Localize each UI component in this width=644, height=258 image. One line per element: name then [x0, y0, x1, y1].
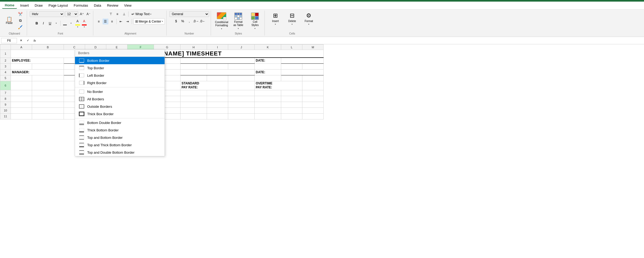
cell-j6[interactable] — [228, 81, 255, 90]
decrease-decimal-button[interactable]: .0← — [200, 18, 205, 24]
formula-input[interactable] — [39, 38, 643, 43]
currency-button[interactable]: $ — [173, 18, 179, 24]
cell-i5[interactable] — [207, 75, 228, 81]
col-header-l[interactable]: L — [281, 45, 302, 50]
insert-button[interactable]: ⊞ Insert ▾ — [267, 11, 283, 27]
row-header-4[interactable]: 4 — [0, 69, 11, 75]
menu-view[interactable]: View — [121, 2, 134, 8]
cell-l5[interactable] — [281, 75, 302, 81]
cell-m6[interactable] — [302, 81, 324, 90]
decrease-indent-button[interactable]: ⇤ — [118, 19, 124, 24]
cell-a6[interactable] — [11, 81, 32, 90]
bold-button[interactable]: B — [34, 20, 40, 26]
cell-l2[interactable] — [281, 58, 324, 63]
top-border-item[interactable]: Top Border — [75, 64, 165, 72]
font-size-select[interactable]: 12 — [65, 11, 78, 17]
number-format-select[interactable]: General — [169, 11, 209, 17]
cell-a7[interactable] — [11, 90, 32, 96]
cell-l3[interactable] — [281, 63, 302, 69]
cell-i9[interactable] — [207, 102, 228, 108]
cell-i11[interactable] — [207, 113, 228, 119]
cut-button[interactable]: ✂️ — [16, 11, 25, 17]
row-header-5[interactable]: 5 — [0, 75, 11, 81]
col-header-c[interactable]: C — [64, 45, 85, 50]
font-color-dropdown[interactable]: ▾ — [81, 25, 87, 28]
percent-button[interactable]: % — [180, 18, 186, 24]
row-header-3[interactable]: 3 — [0, 63, 11, 69]
merge-center-button[interactable]: ⊞ Merge & Center ▾ — [133, 18, 165, 24]
col-header-b[interactable]: B — [32, 45, 64, 50]
col-header-h[interactable]: H — [180, 45, 207, 50]
col-header-g[interactable]: G — [154, 45, 180, 50]
confirm-formula-button[interactable]: ✓ — [25, 38, 31, 44]
row-header-11[interactable]: 11 — [0, 113, 11, 119]
format-as-table-button[interactable]: Formatas Table ▾ — [230, 11, 246, 31]
col-header-m[interactable]: M — [302, 45, 324, 50]
decrease-font-size-button[interactable]: A⁻ — [86, 11, 91, 17]
cell-a9[interactable] — [11, 102, 32, 108]
menu-data[interactable]: Data — [91, 2, 104, 8]
row-header-1[interactable]: 1 — [0, 50, 11, 58]
cell-a2[interactable]: EMPLOYEE: — [11, 58, 64, 63]
font-name-select[interactable]: Helv — [30, 11, 64, 17]
increase-decimal-button[interactable]: .0→ — [193, 18, 199, 24]
menu-insert[interactable]: Insert — [17, 2, 32, 8]
align-center-button[interactable]: ☰ — [103, 19, 108, 24]
cell-m5[interactable] — [302, 75, 324, 81]
cell-a8[interactable] — [11, 96, 32, 102]
cell-h10[interactable] — [180, 108, 207, 113]
menu-home[interactable]: Home — [2, 2, 17, 9]
wrap-text-button[interactable]: ↵ Wrap Text ▾ — [130, 11, 153, 17]
right-border-item[interactable]: Right Border — [75, 79, 165, 87]
conditional-formatting-button[interactable]: ! ConditionalFormatting ▾ — [214, 11, 230, 31]
increase-font-size-button[interactable]: A⁺ — [79, 11, 85, 17]
cell-h8[interactable] — [180, 96, 207, 102]
insert-function-button[interactable]: fx — [32, 38, 38, 44]
cell-j7[interactable] — [228, 90, 255, 96]
cell-k2[interactable]: DATE: — [255, 58, 281, 63]
cell-h2[interactable] — [180, 58, 255, 63]
menu-page-layout[interactable]: Page Layout — [46, 2, 70, 8]
italic-button[interactable]: I — [41, 20, 46, 26]
cell-k4[interactable]: DATE: — [255, 69, 281, 75]
col-header-f[interactable]: F — [127, 45, 154, 50]
menu-draw[interactable]: Draw — [32, 2, 45, 8]
cell-k9[interactable] — [255, 102, 281, 108]
cell-a10[interactable] — [11, 108, 32, 113]
cell-b8[interactable] — [32, 96, 64, 102]
comma-button[interactable]: , — [186, 18, 192, 24]
all-borders-item[interactable]: All Borders — [75, 95, 165, 103]
cell-l10[interactable] — [281, 108, 302, 113]
cell-j8[interactable] — [228, 96, 255, 102]
cell-h4[interactable] — [180, 69, 255, 75]
cell-h7[interactable] — [180, 90, 207, 96]
cell-a11[interactable] — [11, 113, 32, 119]
col-header-j[interactable]: J — [228, 45, 255, 50]
row-header-8[interactable]: 8 — [0, 96, 11, 102]
cell-b6[interactable] — [32, 81, 64, 90]
cell-i3[interactable] — [207, 63, 228, 69]
cell-k7[interactable] — [255, 90, 281, 96]
cell-j5[interactable] — [228, 75, 255, 81]
underline-dropdown[interactable]: ▾ — [53, 20, 59, 26]
col-header-e[interactable]: E — [106, 45, 127, 50]
outside-borders-item[interactable]: Outside Borders — [75, 103, 165, 110]
cell-m10[interactable] — [302, 108, 324, 113]
cell-l8[interactable] — [281, 96, 302, 102]
row-header-10[interactable]: 10 — [0, 108, 11, 113]
cell-m9[interactable] — [302, 102, 324, 108]
cell-h11[interactable] — [180, 113, 207, 119]
row-header-6[interactable]: 6 — [0, 81, 11, 90]
col-header-k[interactable]: K — [255, 45, 281, 50]
cancel-formula-button[interactable]: ✕ — [18, 38, 24, 44]
align-left-button[interactable]: ≡ — [96, 19, 102, 24]
row-header-7[interactable]: 7 — [0, 90, 11, 96]
cell-l7[interactable] — [281, 90, 302, 96]
cell-styles-button[interactable]: CellStyles ▾ — [247, 11, 263, 31]
row-header-2[interactable]: 2 — [0, 58, 11, 63]
cell-k5[interactable] — [255, 75, 281, 81]
bottom-border-item[interactable]: Bottom Border — [75, 57, 165, 64]
cell-reference-input[interactable] — [1, 38, 17, 43]
align-middle-button[interactable]: ≡ — [114, 11, 120, 17]
highlight-button[interactable]: A — [75, 18, 81, 24]
